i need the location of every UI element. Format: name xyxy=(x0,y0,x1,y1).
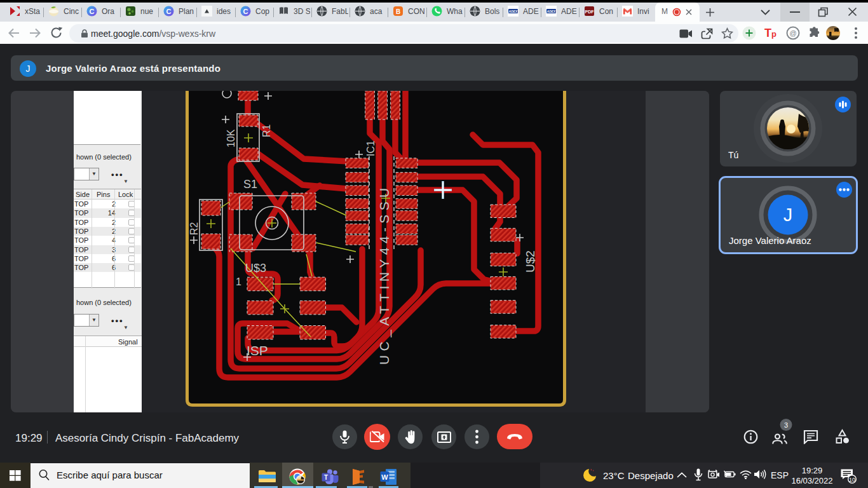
svg-text:S1: S1 xyxy=(243,178,257,191)
svg-text:J: J xyxy=(783,205,793,225)
svg-text:10: 10 xyxy=(849,477,855,483)
svg-text:C: C xyxy=(166,8,172,15)
svg-text:R1: R1 xyxy=(261,124,272,137)
svg-text:U$2: U$2 xyxy=(524,250,537,273)
svg-text:UC_ATTINY44-SSU: UC_ATTINY44-SSU xyxy=(377,184,392,365)
svg-text:R2: R2 xyxy=(189,222,200,235)
svg-text:@: @ xyxy=(789,29,796,37)
svg-text:C: C xyxy=(243,8,248,15)
svg-text:ADEX: ADEX xyxy=(508,10,519,13)
svg-text:T: T xyxy=(324,474,328,481)
svg-text:U$3: U$3 xyxy=(245,262,266,274)
svg-text:W: W xyxy=(381,473,388,481)
svg-text:10K: 10K xyxy=(226,129,236,147)
svg-text:IC1: IC1 xyxy=(365,140,376,156)
svg-text:1: 1 xyxy=(236,276,241,287)
svg-text:ADEX: ADEX xyxy=(546,10,557,13)
svg-text:B: B xyxy=(396,8,400,15)
svg-text:C: C xyxy=(90,8,95,15)
svg-text:ISP: ISP xyxy=(247,343,268,358)
svg-text:PDF: PDF xyxy=(585,10,595,14)
svg-text:3: 3 xyxy=(784,421,788,429)
